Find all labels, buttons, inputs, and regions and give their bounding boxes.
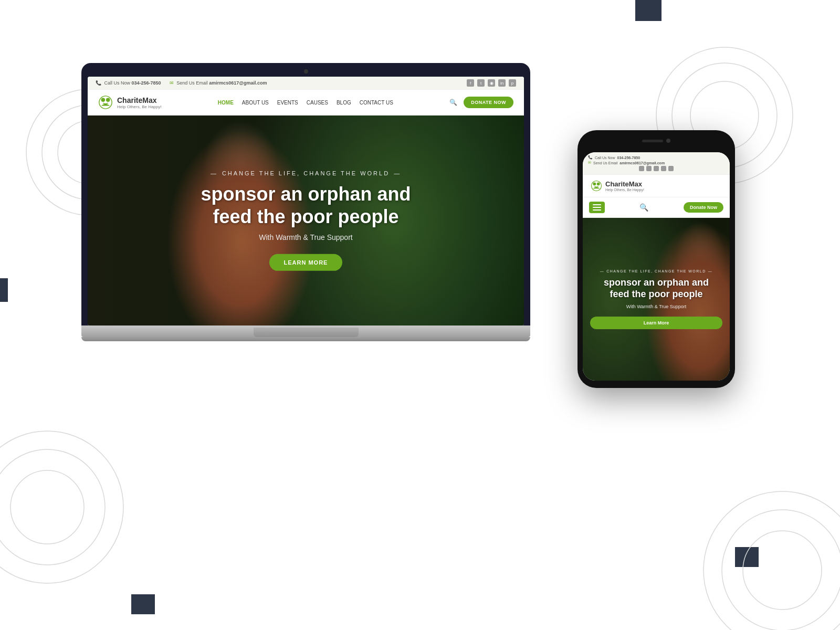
hero-content: CHANGE THE LIFE, CHANGE THE WORLD sponso…: [201, 170, 411, 271]
phone-logo-name: ChariteMax: [605, 180, 644, 188]
svg-point-14: [106, 98, 110, 102]
phone-pinterest-icon[interactable]: [668, 166, 674, 171]
laptop-device: 📞 Call Us Now 034-256-7850 ✉ Send Us Ema…: [81, 63, 530, 341]
linkedin-icon[interactable]: in: [498, 79, 506, 87]
phone-camera-area: [633, 138, 680, 143]
laptop-foot: [81, 337, 530, 341]
phone-hero-title: sponsor an orphan and feed the poor peop…: [590, 277, 722, 300]
phone-hero: — CHANGE THE LIFE, CHANGE THE WORLD — sp…: [583, 218, 730, 381]
nav-actions: 🔍 DONATE NOW: [449, 97, 513, 108]
phone-logo-area: ChariteMax Help Others, Be Happy!: [583, 175, 730, 197]
email-address: amirmcs0617@gmail.com: [209, 80, 267, 86]
facebook-icon[interactable]: f: [467, 79, 474, 87]
logo-name: ChariteMax: [117, 96, 161, 104]
hero-description: With Warmth & True Support: [201, 233, 411, 242]
email-icon: ✉: [170, 80, 174, 86]
nav-about[interactable]: ABOUT US: [242, 100, 269, 106]
phone-camera: [666, 139, 670, 143]
search-icon[interactable]: 🔍: [449, 99, 457, 106]
ham-line-2: [593, 207, 601, 208]
svg-point-13: [101, 98, 105, 102]
laptop-camera: [304, 69, 308, 74]
nav-causes[interactable]: CAUSES: [307, 100, 328, 106]
phone-email-row: ✉ Send Us Email amirmcs0617@gmail.com: [588, 161, 724, 165]
phone-email-label: Send Us Email: [593, 161, 617, 165]
phone-info: 📞 Call Us Now 034-256-7850: [96, 80, 161, 86]
phone-email-address: amirmcs0617@gmail.com: [620, 161, 665, 165]
phone-donate-button[interactable]: Donate Now: [684, 202, 723, 213]
phone-hero-description: With Warmth & True Support: [590, 304, 722, 309]
phone-facebook-icon[interactable]: [639, 166, 644, 171]
hero-subtitle: CHANGE THE LIFE, CHANGE THE WORLD: [201, 170, 411, 176]
email-label: Send Us Email: [176, 80, 208, 86]
svg-point-16: [593, 182, 596, 185]
phone-instagram-icon[interactable]: [654, 166, 659, 171]
logo-icon: [98, 95, 113, 110]
phone-navbar: 🔍 Donate Now: [583, 197, 730, 218]
logo-tagline: Help Others, Be Happy!: [117, 104, 161, 109]
phone-logo-icon: [591, 180, 602, 192]
phone-frame: 📞 Call Us Now 034-256-7850 ✉ Send Us Ema…: [578, 130, 735, 388]
laptop-base: [81, 326, 530, 337]
ham-line-1: [593, 204, 601, 205]
phone-phone-row: 📞 Call Us Now 034-256-7850: [588, 155, 724, 160]
phone-hero-title-line2: feed the poor people: [610, 289, 702, 299]
nav-blog[interactable]: BLOG: [337, 100, 351, 106]
nav-home[interactable]: HOME: [218, 100, 234, 106]
phone-search-icon[interactable]: 🔍: [639, 203, 648, 212]
hero-title-line2: feed the poor people: [213, 206, 398, 227]
nav-links: HOME ABOUT US EVENTS CAUSES BLOG CONTACT…: [218, 100, 393, 106]
phone-logo-text: ChariteMax Help Others, Be Happy!: [605, 180, 644, 192]
phone-linkedin-icon[interactable]: [661, 166, 666, 171]
phone-hero-title-line1: sponsor an orphan and: [604, 277, 709, 288]
phone-number: 034-256-7850: [132, 80, 161, 86]
laptop-screen: 📞 Call Us Now 034-256-7850 ✉ Send Us Ema…: [88, 77, 524, 326]
donate-button[interactable]: DONATE NOW: [464, 97, 513, 108]
hero-title-line1: sponsor an orphan and: [201, 183, 411, 205]
phone-learn-more-button[interactable]: Learn More: [590, 317, 722, 329]
email-info: ✉ Send Us Email amirmcs0617@gmail.com: [170, 80, 267, 86]
phone-logo-tagline: Help Others, Be Happy!: [605, 188, 644, 192]
phone-label: Call Us Now: [104, 80, 131, 86]
website-topbar: 📞 Call Us Now 034-256-7850 ✉ Send Us Ema…: [88, 77, 524, 90]
phone-screen: 📞 Call Us Now 034-256-7850 ✉ Send Us Ema…: [583, 152, 730, 381]
topbar-left: 📞 Call Us Now 034-256-7850 ✉ Send Us Ema…: [96, 80, 267, 86]
phone-speaker: [642, 140, 663, 142]
phone-device: 📞 Call Us Now 034-256-7850 ✉ Send Us Ema…: [578, 130, 735, 388]
phone-hero-subtitle: — CHANGE THE LIFE, CHANGE THE WORLD —: [590, 269, 722, 273]
hero-title: sponsor an orphan and feed the poor peop…: [201, 183, 411, 228]
phone-hero-content: — CHANGE THE LIFE, CHANGE THE WORLD — sp…: [590, 269, 722, 329]
phone-twitter-icon[interactable]: [646, 166, 652, 171]
phone-notch: [633, 138, 680, 149]
svg-point-12: [99, 96, 112, 109]
logo-area: ChariteMax Help Others, Be Happy!: [98, 95, 161, 110]
phone-icon: 📞: [96, 80, 101, 86]
twitter-icon[interactable]: t: [477, 79, 485, 87]
svg-point-15: [591, 181, 601, 191]
hero-section: CHANGE THE LIFE, CHANGE THE WORLD sponso…: [88, 116, 524, 326]
hamburger-menu[interactable]: [589, 202, 605, 213]
phone-phone-icon: 📞: [588, 155, 593, 160]
main-scene: 📞 Call Us Now 034-256-7850 ✉ Send Us Ema…: [0, 0, 840, 630]
pinterest-icon[interactable]: p: [509, 79, 516, 87]
laptop-screen-frame: 📞 Call Us Now 034-256-7850 ✉ Send Us Ema…: [81, 63, 530, 326]
topbar-social-links: f t ◉ in p: [467, 79, 516, 87]
phone-social-row: [588, 166, 724, 171]
phone-phone-number: 034-256-7850: [617, 156, 640, 160]
logo-text: ChariteMax Help Others, Be Happy!: [117, 96, 161, 109]
website-navbar: ChariteMax Help Others, Be Happy! HOME A…: [88, 90, 524, 116]
svg-point-17: [597, 182, 600, 185]
nav-events[interactable]: EVENTS: [277, 100, 298, 106]
ham-line-3: [593, 209, 601, 211]
instagram-icon[interactable]: ◉: [488, 79, 495, 87]
phone-topbar: 📞 Call Us Now 034-256-7850 ✉ Send Us Ema…: [583, 152, 730, 175]
phone-phone-label: Call Us Now: [595, 156, 615, 160]
learn-more-button[interactable]: LEARN MORE: [269, 254, 343, 271]
phone-email-icon: ✉: [588, 161, 591, 165]
nav-contact[interactable]: CONTACT US: [360, 100, 393, 106]
